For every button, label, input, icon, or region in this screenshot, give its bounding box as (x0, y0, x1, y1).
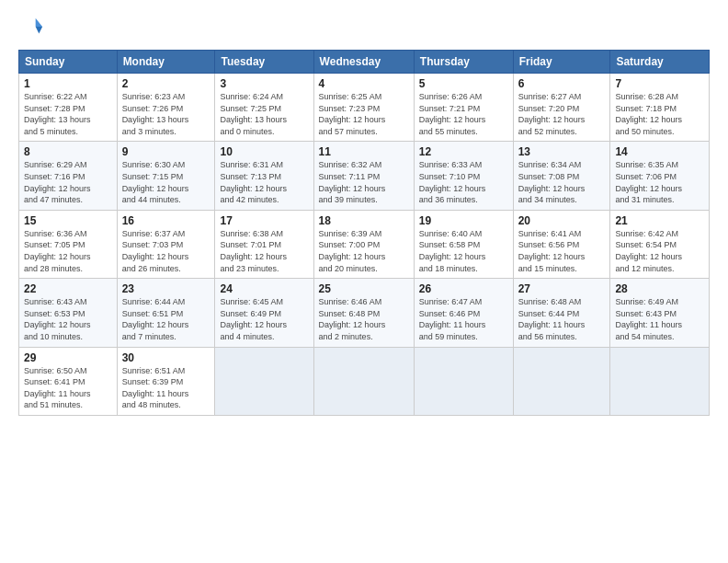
day-number: 5 (419, 77, 508, 90)
day-cell: 20Sunrise: 6:41 AMSunset: 6:56 PMDayligh… (513, 210, 610, 278)
day-number: 18 (319, 214, 409, 227)
day-cell: 2Sunrise: 6:23 AMSunset: 7:26 PMDaylight… (117, 74, 215, 142)
day-cell: 29Sunrise: 6:50 AMSunset: 6:41 PMDayligh… (19, 347, 118, 415)
day-cell: 27Sunrise: 6:48 AMSunset: 6:44 PMDayligh… (513, 279, 610, 347)
day-number: 13 (518, 145, 606, 158)
day-info: Sunrise: 6:51 AMSunset: 6:39 PMDaylight:… (122, 365, 210, 411)
day-cell: 7Sunrise: 6:28 AMSunset: 7:18 PMDaylight… (610, 74, 710, 142)
day-info: Sunrise: 6:27 AMSunset: 7:20 PMDaylight:… (518, 91, 606, 137)
day-cell: 5Sunrise: 6:26 AMSunset: 7:21 PMDaylight… (414, 74, 513, 142)
col-header-monday: Monday (117, 51, 215, 74)
day-cell: 21Sunrise: 6:42 AMSunset: 6:54 PMDayligh… (610, 210, 710, 278)
day-info: Sunrise: 6:25 AMSunset: 7:23 PMDaylight:… (319, 91, 409, 137)
day-number: 1 (24, 77, 112, 90)
day-number: 27 (518, 282, 606, 295)
day-number: 23 (122, 282, 210, 295)
day-cell: 13Sunrise: 6:34 AMSunset: 7:08 PMDayligh… (513, 142, 610, 210)
day-cell: 25Sunrise: 6:46 AMSunset: 6:48 PMDayligh… (313, 279, 414, 347)
day-cell: 18Sunrise: 6:39 AMSunset: 7:00 PMDayligh… (313, 210, 414, 278)
day-number: 14 (615, 145, 704, 158)
day-number: 29 (24, 351, 112, 364)
day-info: Sunrise: 6:41 AMSunset: 6:56 PMDaylight:… (518, 228, 606, 274)
week-row-2: 8Sunrise: 6:29 AMSunset: 7:16 PMDaylight… (19, 142, 710, 210)
logo-icon (18, 15, 44, 40)
day-number: 4 (319, 77, 409, 90)
day-number: 15 (24, 214, 112, 227)
day-number: 24 (220, 282, 308, 295)
day-cell: 22Sunrise: 6:43 AMSunset: 6:53 PMDayligh… (19, 279, 118, 347)
logo (18, 15, 48, 40)
day-info: Sunrise: 6:30 AMSunset: 7:15 PMDaylight:… (122, 159, 210, 205)
day-info: Sunrise: 6:36 AMSunset: 7:05 PMDaylight:… (24, 228, 112, 274)
day-number: 12 (419, 145, 508, 158)
day-cell: 16Sunrise: 6:37 AMSunset: 7:03 PMDayligh… (117, 210, 215, 278)
week-row-1: 1Sunrise: 6:22 AMSunset: 7:28 PMDaylight… (19, 74, 710, 142)
day-number: 11 (319, 145, 409, 158)
calendar-page: SundayMondayTuesdayWednesdayThursdayFrid… (0, 0, 728, 563)
day-cell: 3Sunrise: 6:24 AMSunset: 7:25 PMDaylight… (215, 74, 313, 142)
day-number: 16 (122, 214, 210, 227)
day-number: 2 (122, 77, 210, 90)
day-number: 8 (24, 145, 112, 158)
day-info: Sunrise: 6:37 AMSunset: 7:03 PMDaylight:… (122, 228, 210, 274)
day-number: 7 (615, 77, 704, 90)
day-info: Sunrise: 6:44 AMSunset: 6:51 PMDaylight:… (122, 296, 210, 342)
day-number: 30 (122, 351, 210, 364)
day-info: Sunrise: 6:33 AMSunset: 7:10 PMDaylight:… (419, 159, 508, 205)
day-cell: 11Sunrise: 6:32 AMSunset: 7:11 PMDayligh… (313, 142, 414, 210)
day-cell: 8Sunrise: 6:29 AMSunset: 7:16 PMDaylight… (19, 142, 118, 210)
day-cell: 15Sunrise: 6:36 AMSunset: 7:05 PMDayligh… (19, 210, 118, 278)
day-info: Sunrise: 6:42 AMSunset: 6:54 PMDaylight:… (615, 228, 704, 274)
day-info: Sunrise: 6:28 AMSunset: 7:18 PMDaylight:… (615, 91, 704, 137)
col-header-saturday: Saturday (610, 51, 710, 74)
day-cell: 17Sunrise: 6:38 AMSunset: 7:01 PMDayligh… (215, 210, 313, 278)
day-cell: 12Sunrise: 6:33 AMSunset: 7:10 PMDayligh… (414, 142, 513, 210)
week-row-4: 22Sunrise: 6:43 AMSunset: 6:53 PMDayligh… (19, 279, 710, 347)
day-number: 20 (518, 214, 606, 227)
day-info: Sunrise: 6:29 AMSunset: 7:16 PMDaylight:… (24, 159, 112, 205)
header-row: SundayMondayTuesdayWednesdayThursdayFrid… (19, 51, 710, 74)
day-cell: 24Sunrise: 6:45 AMSunset: 6:49 PMDayligh… (215, 279, 313, 347)
svg-marker-1 (36, 18, 42, 27)
col-header-sunday: Sunday (19, 51, 118, 74)
day-info: Sunrise: 6:48 AMSunset: 6:44 PMDaylight:… (518, 296, 606, 342)
day-info: Sunrise: 6:24 AMSunset: 7:25 PMDaylight:… (220, 91, 308, 137)
day-cell: 26Sunrise: 6:47 AMSunset: 6:46 PMDayligh… (414, 279, 513, 347)
day-number: 19 (419, 214, 508, 227)
day-number: 21 (615, 214, 704, 227)
day-cell: 1Sunrise: 6:22 AMSunset: 7:28 PMDaylight… (19, 74, 118, 142)
day-cell: 4Sunrise: 6:25 AMSunset: 7:23 PMDaylight… (313, 74, 414, 142)
day-number: 9 (122, 145, 210, 158)
day-cell: 14Sunrise: 6:35 AMSunset: 7:06 PMDayligh… (610, 142, 710, 210)
day-info: Sunrise: 6:43 AMSunset: 6:53 PMDaylight:… (24, 296, 112, 342)
day-number: 26 (419, 282, 508, 295)
col-header-tuesday: Tuesday (215, 51, 313, 74)
day-info: Sunrise: 6:49 AMSunset: 6:43 PMDaylight:… (615, 296, 704, 342)
day-cell: 23Sunrise: 6:44 AMSunset: 6:51 PMDayligh… (117, 279, 215, 347)
day-cell: 28Sunrise: 6:49 AMSunset: 6:43 PMDayligh… (610, 279, 710, 347)
day-info: Sunrise: 6:34 AMSunset: 7:08 PMDaylight:… (518, 159, 606, 205)
day-info: Sunrise: 6:32 AMSunset: 7:11 PMDaylight:… (319, 159, 409, 205)
day-cell: 19Sunrise: 6:40 AMSunset: 6:58 PMDayligh… (414, 210, 513, 278)
calendar-table: SundayMondayTuesdayWednesdayThursdayFrid… (18, 50, 710, 416)
day-info: Sunrise: 6:26 AMSunset: 7:21 PMDaylight:… (419, 91, 508, 137)
day-info: Sunrise: 6:45 AMSunset: 6:49 PMDaylight:… (220, 296, 308, 342)
day-cell: 30Sunrise: 6:51 AMSunset: 6:39 PMDayligh… (117, 347, 215, 415)
day-number: 3 (220, 77, 308, 90)
week-row-5: 29Sunrise: 6:50 AMSunset: 6:41 PMDayligh… (19, 347, 710, 415)
day-number: 17 (220, 214, 308, 227)
day-number: 25 (319, 282, 409, 295)
day-info: Sunrise: 6:40 AMSunset: 6:58 PMDaylight:… (419, 228, 508, 274)
day-info: Sunrise: 6:39 AMSunset: 7:00 PMDaylight:… (319, 228, 409, 274)
day-info: Sunrise: 6:35 AMSunset: 7:06 PMDaylight:… (615, 159, 704, 205)
day-info: Sunrise: 6:50 AMSunset: 6:41 PMDaylight:… (24, 365, 112, 411)
day-number: 10 (220, 145, 308, 158)
header (18, 15, 710, 40)
day-info: Sunrise: 6:38 AMSunset: 7:01 PMDaylight:… (220, 228, 308, 274)
day-number: 28 (615, 282, 704, 295)
col-header-friday: Friday (513, 51, 610, 74)
svg-marker-2 (36, 27, 42, 33)
col-header-wednesday: Wednesday (313, 51, 414, 74)
day-info: Sunrise: 6:23 AMSunset: 7:26 PMDaylight:… (122, 91, 210, 137)
day-cell (215, 347, 313, 415)
